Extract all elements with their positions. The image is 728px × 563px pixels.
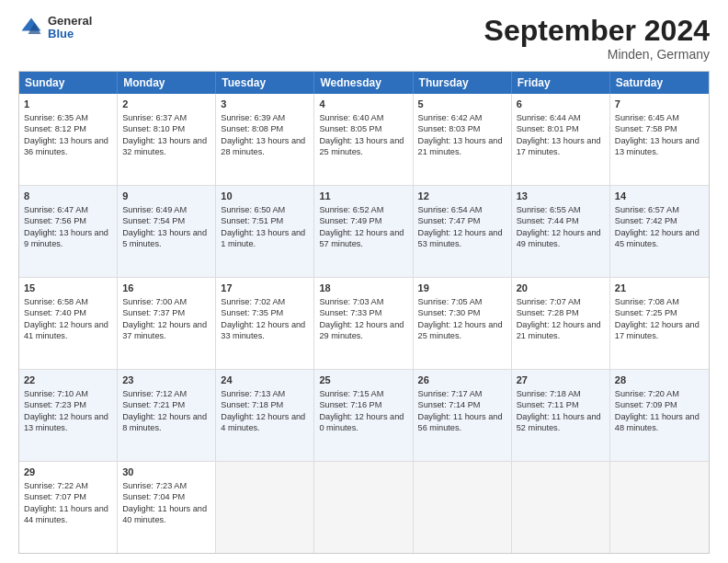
cal-cell-4-6 bbox=[610, 462, 709, 553]
header-sunday: Sunday bbox=[19, 72, 118, 94]
cal-cell-0-4: 5Sunrise: 6:42 AMSunset: 8:03 PMDaylight… bbox=[414, 94, 512, 185]
header: General Blue September 2024 Minden, Germ… bbox=[18, 15, 710, 62]
cal-cell-1-2: 10Sunrise: 6:50 AMSunset: 7:51 PMDayligh… bbox=[216, 186, 314, 277]
logo-icon bbox=[18, 15, 44, 40]
cal-cell-4-1: 30Sunrise: 7:23 AMSunset: 7:04 PMDayligh… bbox=[118, 462, 216, 553]
day-num: 29 bbox=[24, 465, 112, 479]
day-num: 8 bbox=[24, 190, 112, 203]
day-num: 16 bbox=[122, 282, 210, 295]
day-num: 10 bbox=[221, 190, 309, 203]
page: General Blue September 2024 Minden, Germ… bbox=[0, 0, 728, 563]
header-tuesday: Tuesday bbox=[216, 72, 314, 94]
calendar: Sunday Monday Tuesday Wednesday Thursday… bbox=[18, 71, 710, 554]
cal-cell-0-1: 2Sunrise: 6:37 AMSunset: 8:10 PMDaylight… bbox=[118, 94, 216, 185]
cal-cell-4-5 bbox=[512, 462, 610, 553]
cal-cell-1-3: 11Sunrise: 6:52 AMSunset: 7:49 PMDayligh… bbox=[314, 186, 413, 277]
day-num: 19 bbox=[418, 282, 506, 295]
day-num: 5 bbox=[418, 98, 506, 111]
cal-cell-4-0: 29Sunrise: 7:22 AMSunset: 7:07 PMDayligh… bbox=[19, 462, 118, 553]
cal-cell-0-2: 3Sunrise: 6:39 AMSunset: 8:08 PMDaylight… bbox=[216, 94, 314, 185]
day-num: 7 bbox=[615, 98, 704, 111]
cal-cell-3-4: 26Sunrise: 7:17 AMSunset: 7:14 PMDayligh… bbox=[414, 370, 512, 461]
day-num: 22 bbox=[24, 373, 112, 387]
day-num: 11 bbox=[319, 190, 407, 203]
cal-row-4: 29Sunrise: 7:22 AMSunset: 7:07 PMDayligh… bbox=[19, 462, 709, 553]
day-num: 9 bbox=[122, 190, 210, 203]
day-num: 18 bbox=[319, 282, 407, 295]
cal-cell-2-0: 15Sunrise: 6:58 AMSunset: 7:40 PMDayligh… bbox=[19, 278, 118, 369]
day-num: 14 bbox=[615, 190, 704, 203]
cal-cell-4-4 bbox=[414, 462, 512, 553]
cal-cell-0-0: 1Sunrise: 6:35 AMSunset: 8:12 PMDaylight… bbox=[19, 94, 118, 185]
header-thursday: Thursday bbox=[414, 72, 512, 94]
logo: General Blue bbox=[18, 15, 92, 41]
header-friday: Friday bbox=[512, 72, 610, 94]
day-num: 17 bbox=[221, 282, 309, 295]
day-num: 21 bbox=[615, 282, 704, 295]
day-num: 4 bbox=[319, 98, 407, 111]
cal-cell-3-1: 23Sunrise: 7:12 AMSunset: 7:21 PMDayligh… bbox=[118, 370, 216, 461]
day-num: 24 bbox=[221, 373, 309, 387]
cal-cell-1-0: 8Sunrise: 6:47 AMSunset: 7:56 PMDaylight… bbox=[19, 186, 118, 277]
cal-row-3: 22Sunrise: 7:10 AMSunset: 7:23 PMDayligh… bbox=[19, 370, 709, 462]
day-num: 28 bbox=[615, 373, 704, 387]
calendar-header: Sunday Monday Tuesday Wednesday Thursday… bbox=[19, 72, 709, 94]
calendar-body: 1Sunrise: 6:35 AMSunset: 8:12 PMDaylight… bbox=[19, 94, 709, 553]
day-num: 20 bbox=[517, 282, 605, 295]
cal-cell-4-3 bbox=[314, 462, 413, 553]
cal-row-0: 1Sunrise: 6:35 AMSunset: 8:12 PMDaylight… bbox=[19, 94, 709, 186]
cal-row-1: 8Sunrise: 6:47 AMSunset: 7:56 PMDaylight… bbox=[19, 186, 709, 278]
day-num: 15 bbox=[24, 282, 112, 295]
cal-cell-2-3: 18Sunrise: 7:03 AMSunset: 7:33 PMDayligh… bbox=[314, 278, 413, 369]
month-year: September 2024 bbox=[484, 15, 710, 47]
cal-cell-1-4: 12Sunrise: 6:54 AMSunset: 7:47 PMDayligh… bbox=[414, 186, 512, 277]
logo-general: General bbox=[48, 15, 92, 28]
cal-cell-3-0: 22Sunrise: 7:10 AMSunset: 7:23 PMDayligh… bbox=[19, 370, 118, 461]
day-num: 30 bbox=[122, 465, 210, 479]
cal-cell-1-1: 9Sunrise: 6:49 AMSunset: 7:54 PMDaylight… bbox=[118, 186, 216, 277]
cal-cell-3-2: 24Sunrise: 7:13 AMSunset: 7:18 PMDayligh… bbox=[216, 370, 314, 461]
day-num: 1 bbox=[24, 98, 112, 111]
cal-cell-0-3: 4Sunrise: 6:40 AMSunset: 8:05 PMDaylight… bbox=[314, 94, 413, 185]
cal-cell-2-2: 17Sunrise: 7:02 AMSunset: 7:35 PMDayligh… bbox=[216, 278, 314, 369]
cal-cell-1-6: 14Sunrise: 6:57 AMSunset: 7:42 PMDayligh… bbox=[610, 186, 709, 277]
day-num: 6 bbox=[517, 98, 605, 111]
cal-cell-1-5: 13Sunrise: 6:55 AMSunset: 7:44 PMDayligh… bbox=[512, 186, 610, 277]
cal-cell-3-5: 27Sunrise: 7:18 AMSunset: 7:11 PMDayligh… bbox=[512, 370, 610, 461]
cal-cell-2-5: 20Sunrise: 7:07 AMSunset: 7:28 PMDayligh… bbox=[512, 278, 610, 369]
cal-cell-0-6: 7Sunrise: 6:45 AMSunset: 7:58 PMDaylight… bbox=[610, 94, 709, 185]
location: Minden, Germany bbox=[484, 47, 710, 62]
header-saturday: Saturday bbox=[610, 72, 709, 94]
cal-cell-2-4: 19Sunrise: 7:05 AMSunset: 7:30 PMDayligh… bbox=[414, 278, 512, 369]
header-monday: Monday bbox=[118, 72, 216, 94]
day-num: 12 bbox=[418, 190, 506, 203]
cal-row-2: 15Sunrise: 6:58 AMSunset: 7:40 PMDayligh… bbox=[19, 278, 709, 370]
day-num: 25 bbox=[319, 373, 407, 387]
day-num: 2 bbox=[122, 98, 210, 111]
day-num: 27 bbox=[517, 373, 605, 387]
cal-cell-0-5: 6Sunrise: 6:44 AMSunset: 8:01 PMDaylight… bbox=[512, 94, 610, 185]
logo-blue: Blue bbox=[48, 28, 92, 40]
title-block: September 2024 Minden, Germany bbox=[484, 15, 710, 62]
cal-cell-2-6: 21Sunrise: 7:08 AMSunset: 7:25 PMDayligh… bbox=[610, 278, 709, 369]
cal-cell-2-1: 16Sunrise: 7:00 AMSunset: 7:37 PMDayligh… bbox=[118, 278, 216, 369]
day-num: 26 bbox=[418, 373, 506, 387]
day-num: 3 bbox=[221, 98, 309, 111]
day-num: 13 bbox=[517, 190, 605, 203]
cal-cell-3-3: 25Sunrise: 7:15 AMSunset: 7:16 PMDayligh… bbox=[314, 370, 413, 461]
cal-cell-3-6: 28Sunrise: 7:20 AMSunset: 7:09 PMDayligh… bbox=[610, 370, 709, 461]
logo-text: General Blue bbox=[48, 15, 92, 41]
cal-cell-4-2 bbox=[216, 462, 314, 553]
day-num: 23 bbox=[122, 373, 210, 387]
header-wednesday: Wednesday bbox=[314, 72, 413, 94]
